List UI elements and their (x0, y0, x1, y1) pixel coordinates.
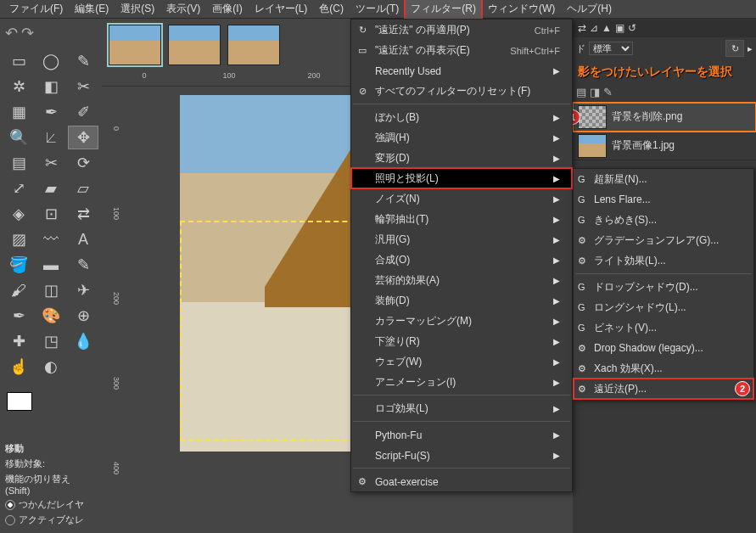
submenu-supernova[interactable]: G超新星(N)... (574, 169, 753, 189)
tool-eraser[interactable]: ◫ (36, 278, 66, 302)
image-tab[interactable] (109, 25, 161, 65)
submenu-gradient-flare[interactable]: ⚙グラデーションフレア(G)... (574, 230, 753, 250)
menu-colors[interactable]: 色(C) (313, 0, 350, 19)
filters-distort[interactable]: 変形(D)▶ (351, 148, 572, 168)
menu-edit[interactable]: 編集(E) (69, 0, 115, 19)
tool-cage[interactable]: ▨ (3, 227, 34, 251)
submenu-sparkle[interactable]: Gきらめき(S)... (574, 210, 753, 230)
fg-bg-colors[interactable] (7, 392, 49, 426)
tool-perspective[interactable]: ▱ (68, 177, 98, 200)
image-tab[interactable] (168, 25, 221, 65)
tool-ink[interactable]: ✒ (3, 304, 34, 328)
submenu-perspective[interactable]: ⚙ 遠近法(P)... 2 (574, 379, 753, 399)
filters-map[interactable]: カラーマッピング(M)▶ (351, 311, 572, 331)
image-tab[interactable] (227, 25, 280, 65)
tool-pencil[interactable]: ✎ (68, 253, 98, 277)
tool-zoom[interactable]: 🔍 (3, 126, 34, 149)
filters-edge[interactable]: 輪郭抽出(T)▶ (351, 209, 572, 229)
tool-color-picker[interactable]: ✐ (68, 100, 98, 124)
menu-arrow-icon[interactable]: ▸ (748, 43, 753, 54)
submenu-drop-shadow-legacy[interactable]: ⚙Drop Shadow (legacy)... (574, 338, 753, 358)
redo-icon[interactable]: ↷ (21, 24, 34, 42)
undo-history-icon[interactable]: ↺ (628, 22, 636, 34)
tool-perspective-clone[interactable]: ◳ (36, 329, 66, 353)
channels-tab-icon[interactable]: ◨ (590, 86, 600, 98)
tool-text[interactable]: A (68, 227, 98, 251)
menu-file[interactable]: ファイル(F) (3, 0, 69, 19)
submenu-drop-shadow[interactable]: Gドロップシャドウ(D)... (574, 277, 753, 297)
submenu-lighting[interactable]: ⚙ライト効果(L)... (574, 250, 753, 271)
tool-flip[interactable]: ⇄ (68, 202, 98, 226)
tool-heal[interactable]: ✚ (3, 329, 34, 353)
tool-rect-select[interactable]: ▭ (3, 49, 34, 73)
tool-bucket[interactable]: 🪣 (3, 253, 34, 277)
tool-handle[interactable]: ⊡ (36, 202, 66, 226)
tool-crop[interactable]: ✂ (36, 151, 66, 175)
filters-reshow[interactable]: ▭"遠近法" の再表示(E)Shift+Ctrl+F (351, 40, 572, 60)
pointer-icon[interactable]: ⊿ (590, 22, 598, 34)
tool-measure[interactable]: ⟀ (36, 126, 66, 149)
filters-noise[interactable]: ノイズ(N)▶ (351, 188, 572, 209)
submenu-lens-flare[interactable]: GLens Flare... (574, 189, 753, 210)
filters-reset[interactable]: ⊘すべてのフィルターのリセット(F) (351, 81, 572, 101)
menu-layer[interactable]: レイヤー(L) (249, 0, 314, 19)
filters-logo[interactable]: ロゴ効果(L)▶ (351, 398, 572, 418)
filters-generic[interactable]: 汎用(G)▶ (351, 229, 572, 250)
layers-tab-icon[interactable]: ▤ (576, 86, 586, 98)
tool-warp[interactable]: 〰 (36, 227, 66, 251)
submenu-vignette[interactable]: Gビネット(V)... (574, 317, 753, 338)
tool-align[interactable]: ▤ (3, 151, 34, 175)
tool-scale[interactable]: ⤢ (3, 177, 34, 200)
tool-blur[interactable]: 💧 (68, 329, 98, 353)
menu-help[interactable]: ヘルプ(H) (561, 0, 618, 19)
tool-fuzzy-select[interactable]: ✲ (3, 75, 34, 98)
layer-row[interactable]: 背景画像1.jpg (573, 132, 756, 160)
tool-scissors[interactable]: ✂ (68, 75, 98, 98)
filters-goat[interactable]: ⚙Goat-exercise (351, 471, 572, 491)
undo-icon[interactable]: ↶ (5, 24, 18, 42)
tool-unified[interactable]: ◈ (3, 202, 34, 226)
menu-filters[interactable]: フィルター(R) (405, 0, 482, 19)
filters-repeat[interactable]: ↻"遠近法" の再適用(P)Ctrl+F (351, 20, 572, 40)
levels-icon[interactable]: ▲ (602, 22, 612, 34)
radio-active-layer[interactable]: アクティブなレ (5, 513, 97, 526)
submenu-xach[interactable]: ⚙Xach 効果(X)... (574, 358, 753, 379)
tool-gradient[interactable]: ▬ (36, 253, 66, 277)
filters-script-fu[interactable]: Script-Fu(S)▶ (351, 445, 572, 465)
tool-shear[interactable]: ▰ (36, 177, 66, 200)
filters-render[interactable]: 下塗り(R)▶ (351, 331, 572, 351)
tool-ellipse-select[interactable]: ◯ (36, 49, 66, 73)
menu-windows[interactable]: ウィンドウ(W) (482, 0, 561, 19)
menu-tools[interactable]: ツール(T) (350, 0, 405, 19)
menu-select[interactable]: 選択(S) (115, 0, 160, 19)
tool-paths[interactable]: ✒ (36, 100, 66, 124)
tool-free-select[interactable]: ✎ (68, 49, 98, 73)
filters-python-fu[interactable]: Python-Fu▶ (351, 424, 572, 445)
submenu-long-shadow[interactable]: Gロングシャドウ(L)... (574, 297, 753, 317)
tool-dodge[interactable]: ◐ (36, 355, 66, 379)
filters-animation[interactable]: アニメーション(I)▶ (351, 372, 572, 392)
nav-icon[interactable]: ▣ (615, 22, 624, 34)
menu-view[interactable]: 表示(V) (160, 0, 206, 19)
tool-paintbrush[interactable]: 🖌 (3, 278, 34, 302)
filters-decor[interactable]: 装飾(D)▶ (351, 290, 572, 311)
tool-foreground[interactable]: ▦ (3, 100, 34, 124)
tool-mypaint[interactable]: 🎨 (36, 304, 66, 328)
tool-smudge[interactable]: ☝ (3, 355, 34, 379)
filters-enhance[interactable]: 強調(H)▶ (351, 127, 572, 148)
menu-image[interactable]: 画像(I) (206, 0, 248, 19)
filters-web[interactable]: ウェブ(W)▶ (351, 351, 572, 372)
layer-row[interactable]: 1 背景を削除.png (573, 103, 756, 132)
refresh-icon[interactable]: ↻ (725, 40, 744, 57)
tool-move[interactable]: ✥ (68, 126, 98, 149)
filters-artistic[interactable]: 芸術的効果(A)▶ (351, 270, 572, 290)
tool-by-color[interactable]: ◧ (36, 75, 66, 98)
tool-airbrush[interactable]: ✈ (68, 278, 98, 302)
layer-mode-select[interactable]: 標準 (589, 42, 633, 55)
radio-pick-layer[interactable]: つかんだレイヤ (5, 498, 97, 511)
histogram-icon[interactable]: ⇄ (578, 22, 586, 34)
filters-light-shadow[interactable]: 照明と投影(L)▶ (351, 168, 572, 188)
paths-tab-icon[interactable]: ✎ (603, 86, 613, 98)
tool-rotate[interactable]: ⟳ (68, 151, 98, 175)
filters-recent[interactable]: Recently Used▶ (351, 60, 572, 81)
